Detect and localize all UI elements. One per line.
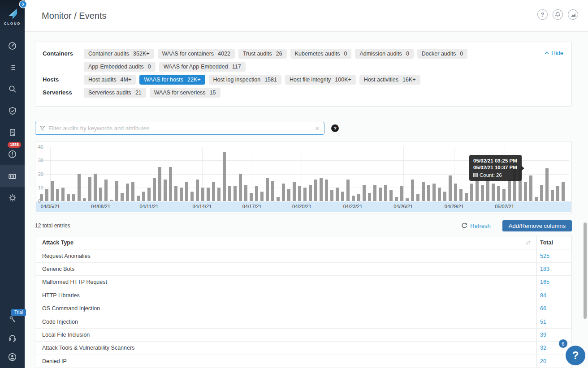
- chart-bar[interactable]: [266, 178, 269, 201]
- chart-bar[interactable]: [406, 198, 409, 201]
- chart-bar[interactable]: [497, 186, 500, 201]
- filter-chip[interactable]: WAAS for App-Embedded117: [159, 62, 246, 72]
- chart-bar[interactable]: [524, 182, 527, 201]
- filter-chip[interactable]: Host activities16K+: [359, 75, 420, 85]
- chart-bar[interactable]: [352, 196, 355, 201]
- chart-bar[interactable]: [373, 185, 376, 201]
- filter-chip[interactable]: Host log inspection1581: [209, 75, 281, 85]
- sidebar-item-compliance[interactable]: [0, 122, 25, 144]
- chart-bar[interactable]: [368, 193, 371, 201]
- chart-bar[interactable]: [314, 180, 317, 201]
- chart-bar[interactable]: [432, 184, 436, 201]
- chart-bar[interactable]: [233, 186, 237, 201]
- floating-help-button[interactable]: ?: [566, 346, 585, 365]
- chart-bar[interactable]: [185, 182, 188, 201]
- chart-bar[interactable]: [556, 186, 559, 201]
- usage-chart-icon[interactable]: [568, 9, 578, 20]
- bell-icon[interactable]: [553, 9, 563, 20]
- chart-bar[interactable]: [99, 188, 102, 201]
- chart-bar[interactable]: [196, 180, 199, 201]
- chart-bar[interactable]: [169, 167, 172, 201]
- chart-bar[interactable]: [384, 185, 387, 201]
- chart-bar[interactable]: [357, 194, 360, 201]
- chart-bar[interactable]: [395, 197, 398, 201]
- chart-bar[interactable]: [239, 174, 242, 201]
- chart-bar[interactable]: [330, 190, 333, 201]
- sidebar-item-dashboard[interactable]: [0, 35, 25, 57]
- filter-chip[interactable]: App-Embedded audits0: [84, 62, 156, 72]
- chart-bar[interactable]: [411, 180, 414, 201]
- hide-filters-link[interactable]: Hide: [545, 50, 563, 56]
- chart-bar[interactable]: [201, 188, 204, 201]
- chart-bar[interactable]: [228, 186, 231, 201]
- search-input[interactable]: [48, 125, 314, 132]
- chart-bar[interactable]: [465, 193, 468, 201]
- refresh-button[interactable]: Refresh: [461, 223, 491, 229]
- filter-chip[interactable]: Host file integrity100K+: [285, 75, 356, 85]
- chart-bar[interactable]: [320, 178, 323, 201]
- chart-bar[interactable]: [486, 178, 489, 201]
- chart-bar[interactable]: [502, 189, 506, 201]
- chart-bar[interactable]: [244, 185, 247, 201]
- filter-chip[interactable]: Serverless audits21: [84, 88, 146, 98]
- chart-bar[interactable]: [427, 185, 430, 201]
- total-link[interactable]: 51: [536, 315, 571, 328]
- chart-bar[interactable]: [147, 188, 151, 201]
- chart-bar[interactable]: [545, 168, 549, 201]
- chart-bar[interactable]: [346, 180, 350, 201]
- timeline-brush[interactable]: [36, 201, 571, 212]
- chart-bar[interactable]: [476, 181, 479, 201]
- chart-bar[interactable]: [250, 193, 253, 201]
- chart-bar[interactable]: [104, 180, 108, 201]
- chart-bar[interactable]: [363, 185, 366, 201]
- chart-bar[interactable]: [223, 152, 226, 201]
- filter-chip[interactable]: Kubernetes audits0: [290, 49, 352, 59]
- chart-bar[interactable]: [115, 181, 118, 201]
- vertical-scrollbar[interactable]: [584, 223, 587, 319]
- chart-bar[interactable]: [126, 184, 129, 201]
- chart-bar[interactable]: [217, 188, 220, 201]
- chart-bar[interactable]: [212, 182, 215, 201]
- chart-bar[interactable]: [142, 192, 145, 201]
- chart-bar[interactable]: [190, 192, 194, 201]
- clear-search-icon[interactable]: ×: [314, 125, 320, 132]
- chart-bar[interactable]: [449, 175, 452, 201]
- filter-chip[interactable]: Admission audits0: [355, 49, 413, 59]
- chart-bar[interactable]: [158, 167, 161, 201]
- sidebar-item-search[interactable]: [0, 78, 25, 100]
- sidebar-item-policies[interactable]: [0, 57, 25, 79]
- chart-bar[interactable]: [277, 197, 280, 201]
- sidebar-item-profile[interactable]: [0, 347, 25, 366]
- chart-bar[interactable]: [56, 189, 59, 201]
- total-link[interactable]: 39: [536, 329, 571, 341]
- chart-bar[interactable]: [562, 182, 565, 201]
- total-link[interactable]: 525: [536, 249, 571, 262]
- chart-bar[interactable]: [51, 181, 54, 201]
- chart-bar[interactable]: [174, 186, 177, 201]
- chart-bar[interactable]: [341, 192, 344, 201]
- chart-bar[interactable]: [309, 185, 312, 201]
- column-header-attack-type[interactable]: Attack Type: [35, 240, 536, 246]
- column-header-total[interactable]: Total: [536, 236, 571, 249]
- chart-bar[interactable]: [325, 180, 328, 201]
- filter-chip[interactable]: Container audits352K+: [84, 49, 154, 59]
- chart-bar[interactable]: [422, 182, 425, 201]
- chart-bar[interactable]: [88, 177, 91, 201]
- chart-bar[interactable]: [260, 192, 264, 201]
- chart-bar[interactable]: [78, 174, 81, 201]
- sidebar-item-containers[interactable]: [0, 165, 25, 187]
- chart-bar[interactable]: [459, 189, 463, 201]
- chart-bar[interactable]: [94, 174, 97, 201]
- chart-bar[interactable]: [137, 196, 140, 201]
- chart-bar[interactable]: [416, 194, 419, 201]
- filter-chip[interactable]: WAAS for containers4022: [158, 49, 235, 59]
- search-help-icon[interactable]: ?: [331, 124, 339, 132]
- filter-chip[interactable]: Host audits4M+: [84, 75, 136, 85]
- add-remove-columns-button[interactable]: Add/Remove columns: [502, 220, 572, 231]
- chart-bar[interactable]: [83, 198, 86, 201]
- chart-bar[interactable]: [61, 188, 65, 201]
- chart-bar[interactable]: [535, 197, 538, 201]
- chart-bar[interactable]: [551, 190, 554, 201]
- chart-bar[interactable]: [508, 180, 511, 201]
- chart-bar[interactable]: [540, 185, 543, 201]
